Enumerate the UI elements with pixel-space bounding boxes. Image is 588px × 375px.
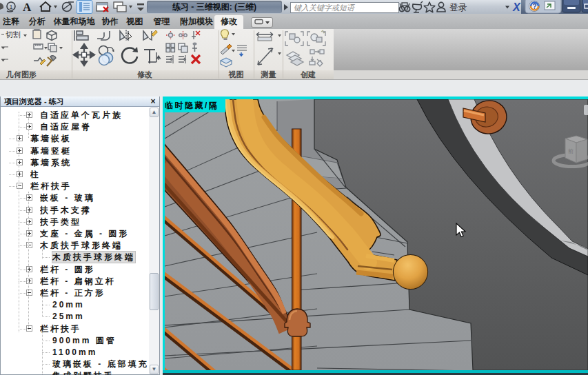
svg-text:登录: 登录 [449,3,467,12]
svg-text:?: ? [533,3,537,10]
svg-text:切割: 切割 [6,30,21,39]
svg-text:A: A [23,1,32,14]
svg-text:1: 1 [10,3,13,10]
svg-text:X: X [512,1,521,13]
svg-text:前: 前 [568,148,574,154]
